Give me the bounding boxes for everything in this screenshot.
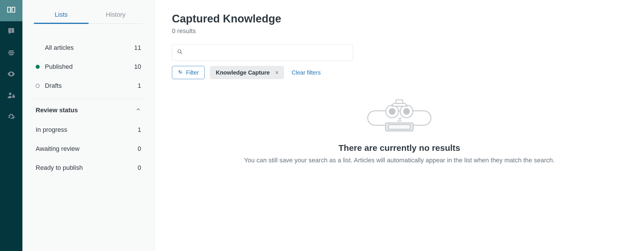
sidebar-item-all-articles[interactable]: All articles 11 <box>31 38 146 57</box>
sidebar-list-articles: All articles 11 Published 10 Drafts 1 <box>22 38 154 95</box>
sidebar-item-count: 1 <box>138 82 141 90</box>
svg-point-7 <box>178 50 181 53</box>
dot-green-icon <box>36 65 40 69</box>
chip-label: Knowledge Capture <box>216 69 270 76</box>
search-box[interactable] <box>172 44 353 61</box>
main-content: Captured Knowledge 0 results Filter Know… <box>155 0 644 251</box>
tab-label: Lists <box>55 11 68 18</box>
rail-item-alerts[interactable] <box>0 21 22 43</box>
svg-rect-22 <box>396 100 403 103</box>
rail-item-settings[interactable] <box>0 107 22 128</box>
filter-row: Filter Knowledge Capture Clear filters <box>172 66 627 79</box>
sidebar-item-count: 1 <box>138 126 141 134</box>
filter-button-label: Filter <box>186 69 199 76</box>
results-count: 0 results <box>172 27 627 35</box>
sidebar-item-published[interactable]: Published 10 <box>31 57 146 76</box>
svg-point-10 <box>179 71 180 72</box>
book-open-icon <box>7 6 16 16</box>
search-input[interactable] <box>187 49 348 56</box>
sidebar-item-label: Ready to publish <box>36 164 138 172</box>
empty-state-subtitle: You can still save your search as a list… <box>172 156 627 165</box>
sidebar-item-count: 0 <box>138 145 141 153</box>
empty-state-title: There are currently no results <box>172 143 627 153</box>
rail-item-user-lock[interactable] <box>0 85 22 107</box>
page-title: Captured Knowledge <box>172 13 627 25</box>
empty-state: There are currently no results You can s… <box>172 96 627 165</box>
section-header-label: Review status <box>36 107 135 114</box>
dot-hollow-icon <box>36 84 40 88</box>
svg-rect-1 <box>11 31 12 32</box>
rail-item-views[interactable] <box>0 64 22 85</box>
empty-illustration <box>172 96 627 137</box>
bars-icon <box>7 48 16 58</box>
tab-lists[interactable]: Lists <box>34 7 89 24</box>
rail-item-knowledge[interactable] <box>0 0 22 21</box>
svg-rect-0 <box>11 29 12 31</box>
sidebar-item-label: Published <box>45 63 134 71</box>
sidebar-item-count: 0 <box>138 164 141 172</box>
chat-alert-icon <box>7 27 16 37</box>
rail-item-lines[interactable] <box>0 43 22 64</box>
sidebar-item-count: 10 <box>134 63 141 71</box>
sidebar-item-label: In progress <box>36 126 138 134</box>
nav-rail <box>0 0 22 251</box>
filter-chip-knowledge-capture[interactable]: Knowledge Capture <box>210 66 284 79</box>
search-icon <box>177 49 183 56</box>
svg-point-19 <box>389 109 395 114</box>
clear-filters-link[interactable]: Clear filters <box>292 69 321 76</box>
sidebar-item-label: Awaiting review <box>36 145 138 153</box>
svg-point-12 <box>181 72 181 73</box>
chevron-up-icon <box>135 107 141 114</box>
gear-icon <box>7 112 16 122</box>
svg-rect-4 <box>9 54 14 55</box>
svg-line-8 <box>181 53 182 54</box>
svg-point-5 <box>9 93 12 95</box>
sliders-icon <box>178 69 183 76</box>
sidebar-item-awaiting-review[interactable]: Awaiting review 0 <box>31 139 146 158</box>
tab-history[interactable]: History <box>89 7 143 24</box>
sidebar-review-section: Review status In progress 1 Awaiting rev… <box>31 99 146 177</box>
svg-rect-6 <box>12 96 15 98</box>
sidebar-item-label: All articles <box>45 44 134 52</box>
sidebar-tabs: Lists History <box>34 7 143 24</box>
svg-point-21 <box>404 109 409 114</box>
sidebar-item-in-progress[interactable]: In progress 1 <box>31 120 146 139</box>
tab-label: History <box>106 11 125 18</box>
sidebar-item-label: Drafts <box>45 82 138 90</box>
filter-button[interactable]: Filter <box>172 66 205 79</box>
svg-rect-17 <box>388 125 410 129</box>
sidebar-item-count: 11 <box>134 44 141 52</box>
user-lock-icon <box>7 91 16 101</box>
review-status-header[interactable]: Review status <box>31 100 146 120</box>
sidebar-item-drafts[interactable]: Drafts 1 <box>31 76 146 95</box>
svg-rect-3 <box>8 52 15 54</box>
close-icon[interactable] <box>274 70 279 75</box>
eye-icon <box>7 70 16 79</box>
svg-rect-2 <box>9 51 14 52</box>
sidebar-item-ready-publish[interactable]: Ready to publish 0 <box>31 158 146 177</box>
sidebar: Lists History All articles 11 Published … <box>22 0 155 251</box>
